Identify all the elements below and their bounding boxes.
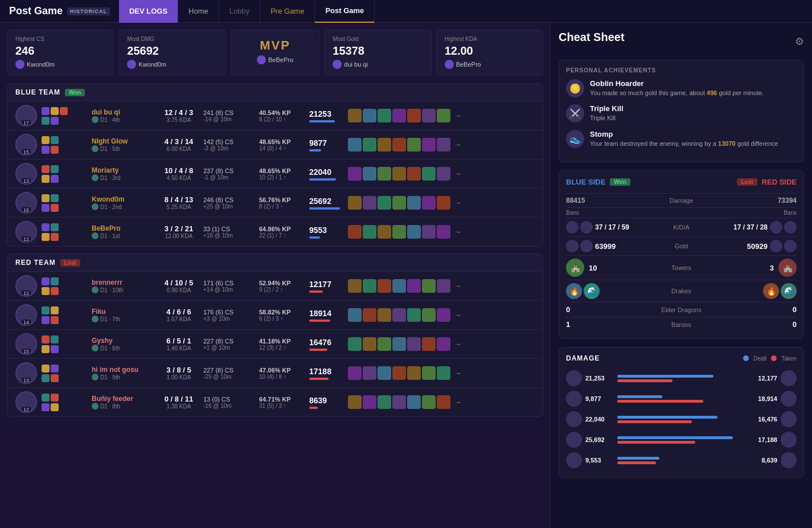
kp-bottom: 10 (2) / 1 ↑ bbox=[259, 174, 305, 181]
cs-top: 241 (8) CS bbox=[203, 109, 255, 116]
dmg-val-blue: 9,877 bbox=[585, 395, 614, 402]
ach-content: Stomp Your team destroyed the enemy, win… bbox=[590, 130, 778, 148]
player-name: Buñiy feeder bbox=[92, 395, 154, 403]
player-icons-col bbox=[42, 365, 87, 382]
blue-team-name: BLUE TEAM bbox=[15, 88, 60, 96]
expand-button[interactable]: → bbox=[452, 227, 464, 236]
kp-top: 48.65% KP bbox=[259, 138, 305, 145]
item-icon bbox=[422, 308, 436, 322]
item-icon bbox=[437, 138, 450, 152]
mvp-label: MVP bbox=[239, 38, 311, 53]
stat-card-most-gold: Most Gold 15378 dui bu qi bbox=[324, 30, 431, 75]
mini-icon bbox=[42, 117, 50, 125]
player-info: Buñiy feeder D1 · 8th bbox=[92, 395, 154, 410]
towers-icon-red: 🏰 bbox=[778, 259, 797, 277]
avatar: 15 bbox=[15, 333, 37, 355]
settings-icon[interactable]: ⚙ bbox=[795, 35, 804, 48]
lobby-button[interactable]: Lobby bbox=[219, 0, 260, 23]
stat-value-kda: 12.00 bbox=[445, 44, 535, 58]
dmg-avatar-blue bbox=[566, 391, 582, 407]
expand-button[interactable]: → bbox=[452, 369, 464, 378]
mini-icon bbox=[51, 175, 59, 183]
ach-title: Goblin Hoarder bbox=[590, 79, 764, 88]
item-group bbox=[348, 167, 450, 181]
postgame-button[interactable]: Post Game bbox=[315, 0, 375, 23]
item-group bbox=[348, 109, 450, 122]
mini-icons-top bbox=[42, 365, 87, 373]
player-icons-col bbox=[42, 394, 87, 411]
avatar: 16 bbox=[15, 192, 37, 214]
rank-icon bbox=[92, 374, 99, 380]
item-icon bbox=[437, 395, 450, 409]
player-rank: D1 · 9th bbox=[92, 374, 154, 380]
mini-icon bbox=[42, 277, 50, 285]
mini-icons-top bbox=[42, 136, 87, 144]
kda-score: 12 / 4 / 3 bbox=[159, 108, 199, 117]
item-icon bbox=[437, 167, 450, 181]
mini-icon bbox=[42, 146, 50, 154]
pregame-button[interactable]: Pre Game bbox=[260, 0, 315, 23]
player-gold: 22040 bbox=[309, 167, 343, 181]
item-icon bbox=[437, 279, 450, 293]
mini-icons-top bbox=[42, 394, 87, 402]
item-icon bbox=[437, 308, 450, 322]
gold-bar bbox=[309, 120, 335, 122]
kp-bottom: 14 (6) / 4 ↑ bbox=[259, 145, 305, 152]
stomp-icon: 👟 bbox=[566, 130, 584, 148]
home-button[interactable]: Home bbox=[178, 0, 219, 23]
gold-value: 16476 bbox=[309, 338, 343, 347]
historical-badge: HISTORICAL bbox=[67, 7, 110, 15]
expand-button[interactable]: → bbox=[452, 140, 464, 149]
comp-towers-label: Towers bbox=[612, 264, 751, 271]
cs-top: 33 (1) CS bbox=[203, 226, 255, 232]
item-icon bbox=[407, 395, 421, 409]
ach-content: Triple Kill Triple Kill bbox=[590, 104, 624, 122]
red-team-header: RED TEAM Lost bbox=[7, 254, 543, 271]
avatar-level: 15 bbox=[22, 349, 31, 354]
table-row: 13 hi im not gosu D1 · 9th 3 bbox=[7, 358, 543, 387]
player-kda: 4 / 6 / 6 1.67 KDA bbox=[159, 308, 199, 322]
player-name: hi im not gosu bbox=[92, 366, 154, 374]
rank-icon bbox=[92, 286, 99, 293]
mini-icons-top bbox=[42, 277, 87, 285]
expand-button[interactable]: → bbox=[452, 339, 464, 349]
kp-bottom: 12 (3) / 2 ↑ bbox=[259, 345, 305, 351]
blue-side-label: BLUE SIDE bbox=[566, 178, 605, 186]
mini-icon bbox=[42, 175, 50, 183]
expand-button[interactable]: → bbox=[452, 281, 464, 290]
comp-gold-label: Gold bbox=[635, 243, 728, 249]
player-kda: 3 / 2 / 21 12.00 KDA bbox=[159, 224, 199, 239]
expand-button[interactable]: → bbox=[452, 398, 464, 407]
cs-diff: +14 @ 10m bbox=[203, 286, 255, 293]
expand-button[interactable]: → bbox=[452, 310, 464, 320]
stat-player-gold: dui bu qi bbox=[333, 60, 423, 69]
rank-icon bbox=[92, 116, 99, 123]
kda-ratio: 3.75 KDA bbox=[159, 117, 199, 123]
item-icon bbox=[378, 279, 391, 293]
dev-logs-button[interactable]: DEV LOGS bbox=[119, 0, 178, 23]
kda-score: 10 / 4 / 8 bbox=[159, 166, 199, 175]
damage-legend: Dealt Taken bbox=[743, 355, 797, 362]
mini-icon bbox=[51, 233, 59, 241]
dmg-avatar-blue bbox=[566, 432, 582, 448]
player-icons-col bbox=[42, 194, 87, 212]
cs-top: 237 (8) CS bbox=[203, 167, 255, 174]
player-rank: D1 · 7th bbox=[92, 316, 154, 322]
item-icon bbox=[363, 196, 376, 210]
item-icon bbox=[378, 308, 391, 322]
comp-gold-red-icons bbox=[770, 240, 797, 252]
player-icons-col bbox=[42, 107, 87, 125]
expand-button[interactable]: → bbox=[452, 198, 464, 207]
dmg-val-blue: 9,553 bbox=[585, 457, 614, 464]
kda-score: 4 / 10 / 5 bbox=[159, 279, 199, 287]
player-icons-col bbox=[42, 306, 87, 324]
expand-button[interactable]: → bbox=[452, 111, 464, 120]
table-row: 12 brennerrr D1 · 10th 4 / 1 bbox=[7, 271, 543, 300]
expand-button[interactable]: → bbox=[452, 169, 464, 178]
mini-icon bbox=[42, 374, 50, 382]
rank-icon bbox=[92, 345, 99, 351]
gold-bar bbox=[309, 407, 318, 409]
avatar: 17 bbox=[15, 105, 37, 126]
dmg-avatar-red bbox=[781, 411, 797, 427]
comp-kda-label: K/D/A bbox=[646, 224, 716, 231]
